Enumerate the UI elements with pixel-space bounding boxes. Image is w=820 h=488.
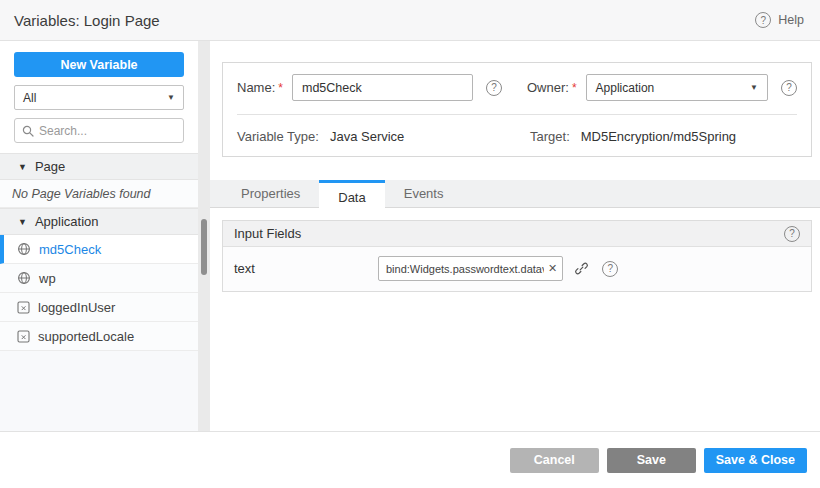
help-label: Help [778, 13, 804, 27]
variable-summary-card: Name: * ? Owner: * Application ▼ ? Varia… [222, 62, 812, 157]
variable-item-label: wp [39, 271, 56, 286]
variable-item-wp[interactable]: wp [0, 264, 198, 293]
owner-label: Owner: [527, 80, 569, 95]
field-help-icon[interactable]: ? [602, 261, 618, 277]
new-variable-button[interactable]: New Variable [14, 52, 184, 77]
variable-item-label: supportedLocale [38, 329, 134, 344]
tab-data[interactable]: Data [319, 180, 384, 212]
owner-help-icon[interactable]: ? [781, 80, 797, 96]
variable-filter-value: All [23, 91, 36, 105]
field-name-label: text [234, 261, 378, 276]
required-marker: * [572, 81, 577, 95]
input-fields-panel: Input Fields ? text ✕ ? [222, 220, 812, 292]
variable-filter-select[interactable]: All ▼ [14, 85, 184, 110]
variable-type-label: Variable Type: [237, 129, 319, 144]
tab-events[interactable]: Events [385, 180, 463, 207]
dialog-header: Variables: Login Page ? Help [0, 0, 820, 41]
variable-item-md5check[interactable]: md5Check [0, 235, 198, 264]
input-field-row-text: text ✕ ? [234, 256, 800, 281]
help-icon: ? [755, 12, 771, 28]
sidebar-controls: New Variable All ▼ [0, 41, 198, 143]
tree-section-application-label: Application [35, 214, 99, 229]
sidebar-scrollbar-thumb[interactable] [201, 219, 207, 275]
save-button[interactable]: Save [607, 448, 696, 473]
cancel-button[interactable]: Cancel [510, 448, 599, 473]
name-help-icon[interactable]: ? [486, 80, 502, 96]
name-field[interactable] [292, 74, 473, 101]
java-service-variable-icon [17, 242, 31, 256]
variable-item-label: loggedInUser [38, 300, 115, 315]
input-fields-help-icon[interactable]: ? [784, 226, 800, 242]
save-and-close-button[interactable]: Save & Close [704, 448, 807, 473]
variable-item-loggedinuser[interactable]: loggedInUser [0, 293, 198, 322]
sidebar-scrollbar-track[interactable] [198, 41, 210, 431]
tab-properties[interactable]: Properties [222, 180, 319, 207]
variable-type-value: Java Service [330, 129, 404, 144]
detail-tabbar: Properties Data Events [210, 180, 820, 208]
sidebar-empty-area [0, 351, 198, 431]
variable-detail-panel: Name: * ? Owner: * Application ▼ ? Varia… [210, 41, 820, 431]
static-variable-icon [17, 301, 30, 314]
name-label: Name: [237, 80, 275, 95]
variable-search[interactable] [14, 118, 184, 143]
required-marker: * [278, 81, 283, 95]
chevron-down-icon: ▼ [167, 93, 175, 102]
page-title: Variables: Login Page [14, 12, 160, 29]
bind-expression-input[interactable] [386, 263, 544, 275]
variable-item-supportedlocale[interactable]: supportedLocale [0, 322, 198, 351]
bind-link-icon[interactable] [574, 261, 589, 276]
collapse-arrow-icon: ▼ [18, 217, 27, 227]
card-divider [237, 114, 797, 115]
tree-section-application[interactable]: ▼ Application [0, 208, 198, 235]
bind-expression-input-wrap: ✕ [378, 256, 563, 281]
tree-section-page[interactable]: ▼ Page [0, 153, 198, 180]
collapse-arrow-icon: ▼ [18, 162, 27, 172]
target-value: MD5Encryption/md5Spring [581, 129, 736, 144]
input-fields-title: Input Fields [234, 226, 301, 241]
variable-item-label: md5Check [39, 242, 101, 257]
chevron-down-icon: ▼ [750, 83, 758, 92]
clear-binding-icon[interactable]: ✕ [548, 263, 557, 274]
search-input[interactable] [39, 124, 176, 138]
owner-selected-value: Application [596, 81, 655, 95]
page-variables-empty-message: No Page Variables found [0, 180, 198, 208]
owner-select[interactable]: Application ▼ [586, 74, 768, 101]
variables-sidebar: New Variable All ▼ ▼ Page No Page Variab… [0, 41, 198, 431]
help-button[interactable]: ? Help [755, 12, 804, 28]
search-icon [22, 125, 34, 137]
tree-section-page-label: Page [35, 159, 65, 174]
sidebar-spacer [0, 143, 198, 153]
static-variable-icon [17, 330, 30, 343]
java-service-variable-icon [17, 271, 31, 285]
dialog-footer: Cancel Save Save & Close [0, 431, 820, 488]
target-label: Target: [530, 129, 570, 144]
